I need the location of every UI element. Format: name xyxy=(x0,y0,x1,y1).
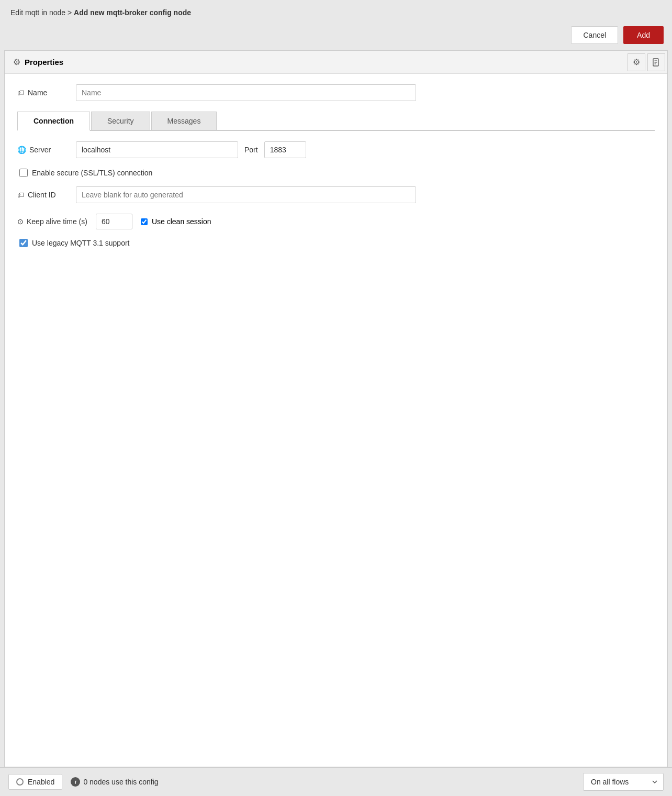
ssl-checkbox-row: Enable secure (SSL/TLS) connection xyxy=(19,169,655,177)
server-input[interactable] xyxy=(76,141,238,158)
footer: Enabled i 0 nodes use this config On all… xyxy=(0,767,672,796)
enabled-circle-icon xyxy=(16,778,24,786)
port-label: Port xyxy=(244,146,258,154)
keepalive-label: ⊙ Keep alive time (s) xyxy=(17,217,87,226)
client-id-row: 🏷 Client ID xyxy=(17,186,655,203)
client-id-label: 🏷 Client ID xyxy=(17,191,70,199)
panel-title: Properties xyxy=(25,58,63,67)
main-panel: ⚙ Properties ⚙ 🏷 Name xyxy=(4,50,668,767)
panel-header-left: ⚙ Properties xyxy=(5,51,72,73)
enabled-button[interactable]: Enabled xyxy=(8,774,62,790)
panel-content: 🏷 Name Connection Security Messages 🌐 Se… xyxy=(5,74,667,767)
server-row: 🌐 Server Port xyxy=(17,141,655,158)
panel-header-right: ⚙ xyxy=(625,53,667,71)
name-input[interactable] xyxy=(76,84,416,101)
tab-connection[interactable]: Connection xyxy=(17,112,90,131)
flows-select-wrap: On all flows On current flow On specific… xyxy=(583,773,664,791)
clock-icon: ⊙ xyxy=(17,217,24,226)
tag-icon: 🏷 xyxy=(17,89,25,97)
toolbar: Cancel Add xyxy=(0,22,672,50)
clean-session-checkbox[interactable] xyxy=(141,218,148,225)
legacy-checkbox-row: Use legacy MQTT 3.1 support xyxy=(19,239,655,247)
cancel-button[interactable]: Cancel xyxy=(571,26,618,44)
breadcrumb: Edit mqtt in node > Add new mqtt-broker … xyxy=(0,0,672,22)
port-input[interactable] xyxy=(264,141,306,158)
client-id-input[interactable] xyxy=(76,186,416,203)
panel-header: ⚙ Properties ⚙ xyxy=(5,51,667,74)
flows-select[interactable]: On all flows On current flow On specific… xyxy=(583,773,664,791)
keepalive-row: ⊙ Keep alive time (s) Use clean session xyxy=(17,214,655,229)
footer-left: Enabled i 0 nodes use this config xyxy=(8,774,159,790)
keepalive-input[interactable] xyxy=(96,214,132,229)
name-row: 🏷 Name xyxy=(17,84,655,101)
nodes-info-text: 0 nodes use this config xyxy=(83,778,158,786)
breadcrumb-prefix: Edit mqtt in node > xyxy=(10,8,74,17)
globe-icon: 🌐 xyxy=(17,146,26,154)
docs-icon-button[interactable] xyxy=(647,53,665,71)
clean-session-group: Use clean session xyxy=(141,217,211,226)
legacy-checkbox[interactable] xyxy=(19,239,28,247)
info-icon: i xyxy=(71,777,80,787)
tab-security[interactable]: Security xyxy=(91,112,150,130)
server-label: 🌐 Server xyxy=(17,146,70,154)
tag-icon-2: 🏷 xyxy=(17,191,25,199)
settings-icon-button[interactable]: ⚙ xyxy=(628,53,645,71)
gear-icon: ⚙ xyxy=(13,57,20,67)
legacy-label[interactable]: Use legacy MQTT 3.1 support xyxy=(32,239,129,247)
nodes-info: i 0 nodes use this config xyxy=(71,777,158,787)
tab-messages[interactable]: Messages xyxy=(151,112,217,130)
clean-session-label[interactable]: Use clean session xyxy=(152,217,211,226)
breadcrumb-main: Add new mqtt-broker config node xyxy=(74,8,191,17)
ssl-checkbox[interactable] xyxy=(19,169,28,177)
ssl-label[interactable]: Enable secure (SSL/TLS) connection xyxy=(32,169,152,177)
tabs: Connection Security Messages xyxy=(17,112,655,131)
enabled-label: Enabled xyxy=(28,778,54,786)
name-label: 🏷 Name xyxy=(17,89,70,97)
add-button[interactable]: Add xyxy=(623,26,664,44)
